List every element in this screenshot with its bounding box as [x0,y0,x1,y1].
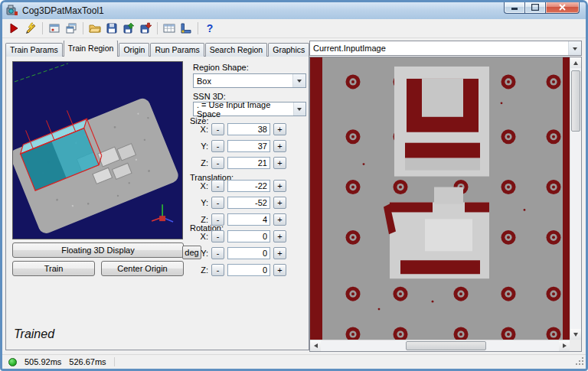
horizontal-scroll-thumb[interactable] [406,341,486,350]
maximize-button[interactable] [524,2,545,14]
arrow-right-icon [563,343,569,348]
tab-train-region[interactable]: Train Region [64,41,119,57]
translation-x-input[interactable] [227,180,270,192]
rotation-x-increment-button[interactable]: + [273,230,286,242]
size-y-input[interactable] [227,140,270,152]
rotation-x-decrement-button[interactable]: - [211,230,224,242]
toolbar-separator [198,22,198,34]
open-file-icon[interactable] [87,21,103,36]
electric-train-icon[interactable] [23,21,38,36]
region-shape-select[interactable]: Box [193,73,306,88]
size-x-input[interactable] [227,123,270,135]
close-button[interactable] [545,2,580,14]
maximize-icon [531,4,539,11]
input-image-selector-value: Current.InputImage [313,44,386,53]
close-icon [559,4,566,11]
chevron-down-icon [293,103,305,116]
chevron-down-icon [292,74,305,87]
translation-y-input[interactable] [227,197,270,209]
trained-status-text: Trained [14,327,54,341]
rotation-z-row: Z: - + [188,263,286,277]
ssn-3d-value: . = Use Input Image Space [197,100,293,119]
input-image-display[interactable] [310,57,570,340]
input-image [310,57,570,340]
main-area: Train Params Train Region Origin Run Par… [2,38,586,354]
save-file-icon[interactable] [104,21,119,36]
rotation-y-decrement-button[interactable]: - [211,247,224,259]
translation-y-decrement-button[interactable]: - [211,197,224,209]
translation-x-row: X: - + [188,179,286,193]
vertical-scrollbar[interactable] [570,57,581,340]
minimize-button[interactable] [504,2,524,14]
scroll-down-button[interactable] [570,329,581,340]
ssn-3d-select[interactable]: . = Use Input Image Space [193,102,306,116]
size-z-row: Z: - + [188,156,286,170]
tab-strip: Train Params Train Region Origin Run Par… [5,41,309,57]
help-glyph: ? [207,23,214,34]
scrollbar-corner [570,340,581,351]
size-z-label: Z: [188,158,211,168]
resize-grip[interactable] [576,357,584,367]
region-shape-label: Region Shape: [193,63,249,72]
vertical-scroll-thumb[interactable] [571,70,580,132]
tab-origin[interactable]: Origin [119,43,149,57]
arrow-up-icon [573,59,578,65]
translation-z-input[interactable] [227,213,270,226]
rotation-y-row: Y: - + [188,246,286,260]
run-icon[interactable] [6,21,21,36]
arrow-down-icon [573,333,578,339]
size-y-row: Y: - + [188,139,286,153]
rotation-z-input[interactable] [227,264,270,276]
rotation-z-decrement-button[interactable]: - [211,264,224,276]
size-z-decrement-button[interactable]: - [211,157,224,169]
size-x-increment-button[interactable]: + [273,123,286,135]
save-image-icon[interactable] [138,21,153,36]
3d-scene [13,62,182,239]
horizontal-scrollbar[interactable] [310,340,570,351]
size-x-row: X: - + [188,122,286,136]
train-region-tab-page: Floating 3D Display Train Center Origin … [5,56,309,350]
translation-y-label: Y: [188,198,211,207]
train-button[interactable]: Train [12,261,95,276]
size-z-input[interactable] [227,157,270,169]
tab-run-params[interactable]: Run Params [150,43,204,57]
size-z-increment-button[interactable]: + [273,157,286,169]
3d-display-viewport[interactable] [12,61,183,239]
input-image-selector[interactable]: Current.InputImage [309,41,582,56]
arrow-left-icon [312,343,318,348]
show-record-icon[interactable] [47,21,62,36]
tab-graphics[interactable]: Graphics [268,43,309,57]
tab-train-params[interactable]: Train Params [5,43,63,57]
toolbar-separator [83,22,83,34]
size-x-decrement-button[interactable]: - [211,123,224,135]
load-image-icon[interactable] [121,21,136,36]
title-bar[interactable]: Cog3DPatMaxTool1 [2,2,586,19]
rotation-z-increment-button[interactable]: + [273,264,286,276]
toolbar: ? [2,19,586,38]
floating-window-icon[interactable] [64,21,79,36]
tab-search-region[interactable]: Search Region [205,43,267,57]
toolbar-separator [42,22,43,34]
window-title: Cog3DPatMaxTool1 [22,5,104,16]
translation-x-decrement-button[interactable]: - [211,180,224,192]
rotation-y-input[interactable] [227,247,270,259]
rotation-y-increment-button[interactable]: + [273,247,286,259]
floating-3d-display-button[interactable]: Floating 3D Display [12,242,184,258]
data-grid-icon[interactable] [162,21,177,36]
scroll-left-button[interactable] [310,340,321,351]
size-y-decrement-button[interactable]: - [211,140,224,152]
scroll-right-button[interactable] [559,340,570,351]
origin-tool-icon[interactable] [178,21,194,36]
size-y-increment-button[interactable]: + [273,140,286,152]
center-origin-button[interactable]: Center Origin [101,261,184,276]
rotation-x-input[interactable] [227,230,270,242]
scroll-up-button[interactable] [570,57,581,68]
translation-y-row: Y: - + [188,196,286,210]
translation-y-increment-button[interactable]: + [273,197,286,209]
status-separator [114,357,115,366]
help-icon[interactable]: ? [202,21,217,36]
chevron-down-icon [568,41,581,55]
translation-x-increment-button[interactable]: + [273,180,286,192]
app-icon [6,5,18,17]
translation-z-increment-button[interactable]: + [273,213,286,226]
